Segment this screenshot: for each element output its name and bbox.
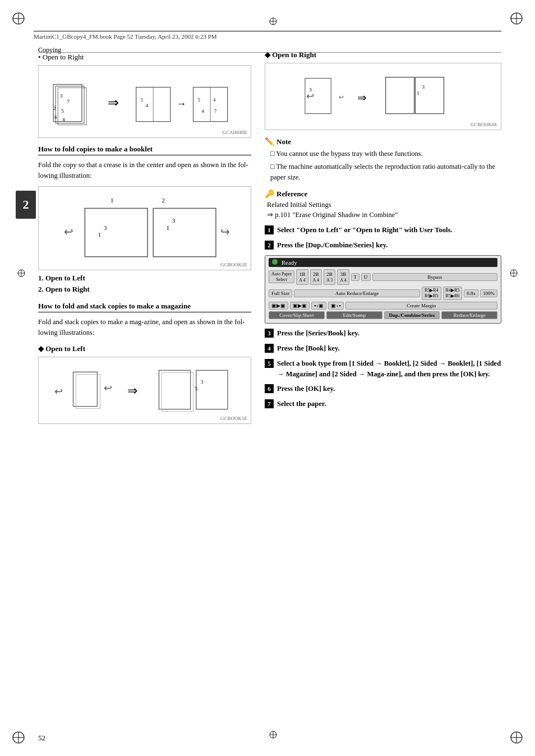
step-7-text: Select the paper. xyxy=(277,399,501,409)
machine-btn-reduce-enlarge[interactable]: Reduce/Enlarge xyxy=(441,311,497,319)
step-num-4: 4 xyxy=(265,344,274,353)
svg-text:3: 3 xyxy=(201,379,204,384)
svg-text:↩: ↩ xyxy=(54,386,63,397)
ref-block: 🔑 Reference Related Initial Settings ⇒ p… xyxy=(265,189,501,219)
diagram-svg-3: ↩ ↩ ⇒ 3 5 xyxy=(43,362,246,419)
step1-open-left: 1. Open to Left xyxy=(38,274,251,283)
main-content: Open to Right 3 2 5 6 8 7 ⇒ xyxy=(38,39,501,722)
note-block: ✏️ Note You cannot use the bypass tray w… xyxy=(265,137,501,182)
machine-btn-t[interactable]: T xyxy=(351,273,360,281)
svg-text:5: 5 xyxy=(198,98,200,103)
section-heading-magazine: How to fold and stack copies to make a m… xyxy=(38,302,251,312)
machine-status: Ready xyxy=(282,259,297,266)
svg-rect-51 xyxy=(153,208,216,256)
svg-rect-25 xyxy=(56,86,84,123)
diagram-svg-2: 1 2 3 1 ↩ 3 1 ↪ xyxy=(43,191,246,265)
machine-row-2: Full Size Auto Reduce/Enlarge R5▶R4R6▶R5… xyxy=(269,287,497,301)
machine-btn-1b[interactable]: 1BA 4 xyxy=(296,269,308,285)
svg-text:↩: ↩ xyxy=(306,91,314,102)
chapter-number: 2 xyxy=(23,197,29,212)
svg-rect-47 xyxy=(85,208,147,256)
step-num-3: 3 xyxy=(265,329,274,338)
svg-text:1: 1 xyxy=(110,197,114,204)
diagram-open-to-right-booklet: 3 2 5 6 8 7 ⇒ 5 4 → xyxy=(38,65,251,138)
machine-btn-u[interactable]: U xyxy=(361,273,371,281)
svg-text:4: 4 xyxy=(202,109,204,114)
machine-btn-create-margin[interactable]: Create Margin xyxy=(345,302,497,310)
diagram-magazine-left: ↩ ↩ ⇒ 3 5 GCBOOK5E xyxy=(38,357,251,424)
corner-mark-br xyxy=(508,729,525,746)
machine-btn-2b-1[interactable]: 2BA 4 xyxy=(310,269,322,285)
note-item-2: The machine automatically selects the re… xyxy=(270,162,501,183)
machine-ui-title: Ready xyxy=(269,258,497,267)
machine-btn-auto-reduce[interactable]: Auto Reduce/Enlarge xyxy=(294,289,420,297)
step-block-2: 2 Press the [Dup./Combine/Series] key. xyxy=(265,240,501,251)
step-block-4: 4 Press the [Book] key. xyxy=(265,343,501,354)
diagram1-label: GCAH040E xyxy=(223,130,248,135)
machine-btn-img4[interactable]: ▣+▪ xyxy=(328,302,343,310)
svg-text:7: 7 xyxy=(67,99,70,104)
svg-rect-57 xyxy=(76,374,100,408)
diamond-open-right: Open to Right xyxy=(265,50,501,59)
svg-text:4: 4 xyxy=(213,98,215,103)
ref-title: Reference xyxy=(276,190,307,199)
diagram-booklet: 1 2 3 1 ↩ 3 1 ↪ GCBOOK2E xyxy=(38,186,251,270)
step-block-3: 3 Press the [Series/Book] key. xyxy=(265,328,501,339)
step-block-7: 7 Select the paper. xyxy=(265,399,501,409)
corner-mark-bl xyxy=(10,729,27,746)
two-col-layout: Open to Right 3 2 5 6 8 7 ⇒ xyxy=(38,50,501,427)
step-num-5: 5 xyxy=(265,359,274,368)
svg-text:2: 2 xyxy=(162,197,165,204)
svg-text:2: 2 xyxy=(53,105,56,111)
svg-text:5: 5 xyxy=(195,386,198,391)
machine-btn-full-size[interactable]: Full Size xyxy=(269,289,292,297)
machine-btn-3b[interactable]: 3BA 4 xyxy=(337,269,349,285)
svg-rect-62 xyxy=(196,370,228,409)
machine-btn-dup-combine[interactable]: Dup./Combine/Series xyxy=(384,311,440,319)
svg-text:3: 3 xyxy=(60,93,63,99)
machine-btn-img2[interactable]: ▣▶▣ xyxy=(290,302,310,310)
machine-btn-r4r5[interactable]: R4▶R5R5▶R6 xyxy=(443,287,463,301)
machine-btn-img1[interactable]: ▣▶▣ xyxy=(269,302,288,310)
machine-btn-2b-2[interactable]: 2BA 3 xyxy=(324,269,335,285)
svg-text:6: 6 xyxy=(54,114,57,120)
svg-rect-60 xyxy=(159,370,191,409)
machine-btn-r5r4[interactable]: R5▶R4R6▶R5 xyxy=(422,287,441,301)
step-5-text: Select a book type from [1 Sided → Bookl… xyxy=(277,358,501,380)
machine-btn-08x[interactable]: 0.8x xyxy=(464,289,478,297)
svg-rect-71 xyxy=(415,77,444,114)
step-block-5: 5 Select a book type from [1 Sided → Boo… xyxy=(265,358,501,380)
svg-text:5: 5 xyxy=(61,108,64,114)
step-num-7: 7 xyxy=(265,399,274,408)
corner-mark-tr xyxy=(508,10,525,27)
machine-btn-img3[interactable]: ▪+▣ xyxy=(311,302,326,310)
diagram-svg-right: 3 ↩ ↩ ⇒ 3 1 xyxy=(270,68,496,125)
left-column: Open to Right 3 2 5 6 8 7 ⇒ xyxy=(38,50,251,427)
svg-text:7: 7 xyxy=(214,109,216,114)
machine-btn-edit-stamp[interactable]: Edit/Stamp xyxy=(326,311,382,319)
note-pencil-icon: ✏️ xyxy=(265,137,274,146)
diagram3-label: GCBOOK5E xyxy=(220,416,247,421)
diamond-open-left: Open to Left xyxy=(38,344,251,353)
svg-text:1: 1 xyxy=(417,90,419,96)
svg-text:3: 3 xyxy=(172,217,176,224)
diagram-magazine-right: 3 ↩ ↩ ⇒ 3 1 GCBOOK6E xyxy=(265,63,501,130)
svg-text:↩: ↩ xyxy=(339,94,344,100)
center-mark-top xyxy=(268,16,279,27)
step-num-2: 2 xyxy=(265,241,274,250)
step-1-text: Select "Open to Left" or "Open to Right"… xyxy=(277,225,501,236)
ref-arrow: ⇒ p.101 "Erase Original Shadow in Combin… xyxy=(267,210,501,219)
machine-btn-auto-paper[interactable]: Auto PaperSelect xyxy=(269,270,294,283)
machine-btn-100[interactable]: 100% xyxy=(480,289,497,297)
svg-text:5: 5 xyxy=(141,98,143,103)
svg-text:1: 1 xyxy=(98,231,102,238)
bullet-open-to-right: Open to Right xyxy=(38,53,251,62)
svg-text:↩: ↩ xyxy=(104,382,112,394)
machine-btn-bypass[interactable]: Bypass xyxy=(372,273,497,281)
machine-btn-cover-slip[interactable]: Cover/Slip Sheet xyxy=(269,311,325,319)
fold-body-text: Fold the copy so that a crease is in the… xyxy=(38,160,251,182)
machine-row-3: ▣▶▣ ▣▶▣ ▪+▣ ▣+▪ Create Margin xyxy=(269,302,497,310)
svg-text:3: 3 xyxy=(422,84,425,90)
svg-text:4: 4 xyxy=(146,103,148,108)
step-6-text: Press the [OK] key. xyxy=(277,384,501,394)
